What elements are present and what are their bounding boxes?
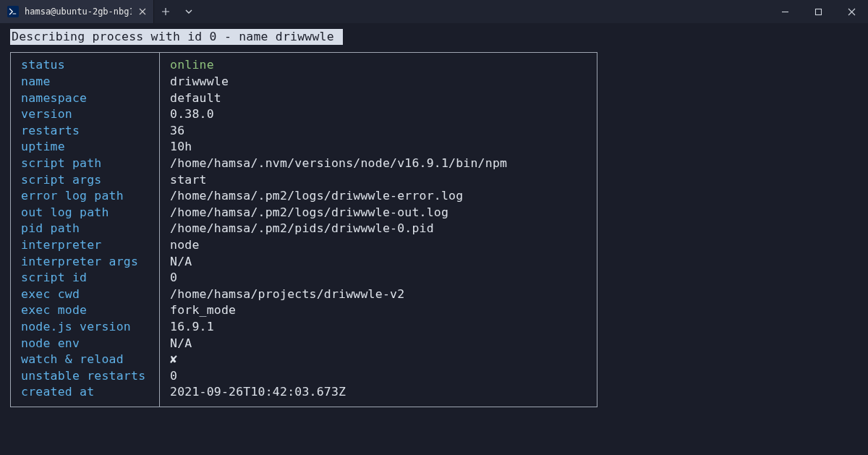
table-value: fork_mode (170, 302, 587, 319)
table-value: /home/hamsa/.pm2/logs/driwwwle-error.log (170, 188, 587, 205)
table-value: /home/hamsa/.nvm/versions/node/v16.9.1/b… (170, 156, 587, 172)
table-value: /home/hamsa/.pm2/pids/driwwwle-0.pid (170, 221, 587, 237)
table-key: uptime (21, 139, 149, 156)
table-key: namespace (21, 90, 149, 106)
table-value: 36 (170, 123, 587, 140)
table-key: script path (21, 156, 149, 172)
table-value: 0.38.0 (170, 106, 587, 123)
tab-strip: hamsa@ubuntu-2gb-nbg1-1-ti (0, 0, 200, 23)
table-key: unstable restarts (21, 368, 149, 385)
table-value: 16.9.1 (170, 319, 587, 336)
svg-rect-0 (815, 9, 821, 14)
table-value: 10h (170, 139, 587, 156)
table-value: 0 (170, 270, 587, 286)
tab-title: hamsa@ubuntu-2gb-nbg1-1-ti (25, 7, 132, 17)
table-key: version (21, 106, 149, 123)
powershell-icon (7, 6, 19, 17)
table-value: /home/hamsa/projects/driwwwle-v2 (170, 286, 587, 303)
process-info-table: statusnamenamespaceversionrestartsuptime… (10, 52, 597, 407)
table-keys-column: statusnamenamespaceversionrestartsuptime… (11, 53, 160, 406)
window-minimize-button[interactable] (768, 0, 801, 23)
describe-header: Describing process with id 0 - name driw… (10, 29, 343, 45)
table-key: exec mode (21, 302, 149, 319)
window-titlebar: hamsa@ubuntu-2gb-nbg1-1-ti (0, 0, 868, 23)
table-value: /home/hamsa/.pm2/logs/driwwwle-out.log (170, 205, 587, 221)
table-value: driwwwle (170, 74, 587, 90)
table-key: node.js version (21, 319, 149, 336)
table-key: interpreter args (21, 253, 149, 270)
table-value: node (170, 237, 587, 254)
table-key: watch & reload (21, 352, 149, 368)
table-key: out log path (21, 205, 149, 221)
window-close-button[interactable] (835, 0, 868, 23)
new-tab-button[interactable] (154, 0, 177, 23)
table-values-column: onlinedriwwwledefault0.38.03610h/home/ha… (160, 53, 597, 406)
table-value: 2021-09-26T10:42:03.673Z (170, 384, 587, 401)
window-maximize-button[interactable] (801, 0, 835, 23)
table-key: status (21, 57, 149, 74)
table-key: created at (21, 384, 149, 401)
table-value: online (170, 57, 587, 74)
table-value: N/A (170, 335, 587, 352)
table-key: script args (21, 171, 149, 188)
table-key: restarts (21, 123, 149, 140)
tab-dropdown-button[interactable] (177, 0, 200, 23)
table-value: 0 (170, 368, 587, 385)
table-value: start (170, 171, 587, 188)
table-key: name (21, 74, 149, 90)
table-key: interpreter (21, 237, 149, 254)
tab-active[interactable]: hamsa@ubuntu-2gb-nbg1-1-ti (0, 0, 154, 23)
table-key: node env (21, 335, 149, 352)
table-key: pid path (21, 221, 149, 237)
table-value: default (170, 90, 587, 106)
titlebar-drag-region[interactable] (200, 0, 768, 23)
terminal-output: Describing process with id 0 - name driw… (0, 23, 868, 407)
table-key: exec cwd (21, 286, 149, 303)
tab-close-icon[interactable] (137, 7, 148, 17)
table-key: script id (21, 270, 149, 286)
table-value: ✘ (170, 352, 587, 368)
table-value: N/A (170, 253, 587, 270)
table-key: error log path (21, 188, 149, 205)
